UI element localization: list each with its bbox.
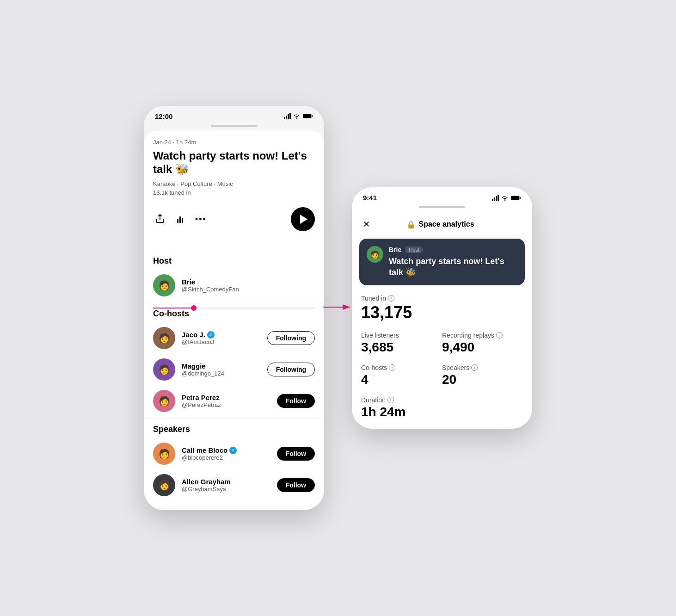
speaker-info-1: Allen Grayham @GrayhamSays xyxy=(182,478,270,493)
close-button[interactable]: ✕ xyxy=(361,217,372,231)
recording-replays-value: 9,490 xyxy=(442,340,523,355)
cohost-emoji-1: 🧑 xyxy=(159,364,170,375)
cohosts-stat-value: 4 xyxy=(361,372,442,387)
battery-icon xyxy=(303,113,313,119)
cohost-handle-0: @IAmJacoJ xyxy=(182,339,261,345)
recording-replays-label: Recording replays i xyxy=(442,332,523,339)
cohost-row-2: 🧑 Petra Perez @PerezPetraz Follow xyxy=(144,385,324,417)
speaker-avatar-1: 🧑 xyxy=(153,474,175,496)
svg-rect-5 xyxy=(520,197,521,199)
play-triangle-icon xyxy=(300,215,307,224)
speaker-row-0: 🧑 Call me Bloco ✓ @blocoperere2 Follow xyxy=(144,438,324,469)
speaker-emoji-0: 🧑 xyxy=(159,448,170,459)
progress-container xyxy=(144,239,324,253)
analytics-host-name: Brie xyxy=(389,246,401,253)
speakers-stat: Speakers i 20 xyxy=(442,364,523,387)
speaker-name-0: Call me Bloco ✓ xyxy=(182,446,270,454)
dots-icon: ••• xyxy=(195,215,207,224)
live-listeners-value: 3,685 xyxy=(361,340,442,355)
right-phone-content: ✕ 🔒 Space analytics 🧑 Brie Host Watc xyxy=(352,212,532,429)
cohost-info-0: Jaco J. ✓ @IAmJacoJ xyxy=(182,331,261,345)
analytics-title: 🔒 Space analytics xyxy=(376,220,504,229)
cohost-handle-2: @PerezPetraz xyxy=(182,401,270,408)
space-meta: Jan 24 · 1h 24m xyxy=(153,139,315,146)
following-button-0[interactable]: Following xyxy=(267,331,315,345)
cohost-name-1: Maggie xyxy=(182,362,261,370)
left-phone-content: Jan 24 · 1h 24m Watch party starts now! … xyxy=(144,130,324,511)
signal-icon-right xyxy=(492,195,499,201)
speaker-name-1: Allen Grayham xyxy=(182,478,270,486)
svg-rect-1 xyxy=(312,115,313,117)
follow-button-speaker-0[interactable]: Follow xyxy=(277,447,315,461)
status-icons-right xyxy=(492,195,521,201)
share-button[interactable] xyxy=(153,212,167,227)
host-badge: Host xyxy=(405,246,423,253)
cohost-emoji-2: 🧑 xyxy=(159,395,170,407)
speaker-handle-1: @GrayhamSays xyxy=(182,486,270,493)
cohost-avatar-0: 🧑 xyxy=(153,327,175,349)
follow-button-speaker-1[interactable]: Follow xyxy=(277,478,315,492)
cohost-name-0: Jaco J. ✓ xyxy=(182,331,261,339)
analytics-host-emoji: 🧑 xyxy=(370,250,380,259)
tuned-in-left: 13.1k tuned in xyxy=(153,189,315,196)
svg-rect-4 xyxy=(511,196,519,200)
cohost-row-0: 🧑 Jaco J. ✓ @IAmJacoJ Following xyxy=(144,322,324,354)
info-icon-cohosts: i xyxy=(389,364,395,371)
status-bar-right: 9:41 xyxy=(352,187,532,204)
status-icons-left xyxy=(284,113,313,119)
analytics-button[interactable] xyxy=(175,213,185,226)
host-avatar-emoji: 🧑 xyxy=(159,280,170,291)
battery-icon-right xyxy=(511,195,521,201)
right-phone: 9:41 xyxy=(352,187,532,429)
host-avatar: 🧑 xyxy=(153,274,175,296)
stats-row-2: Co-hosts i 4 Speakers i 20 xyxy=(361,364,523,387)
progress-line xyxy=(153,308,315,308)
lock-icon: 🔒 xyxy=(406,220,416,229)
live-listeners-label: Live listeners xyxy=(361,332,442,339)
connecting-arrow xyxy=(323,300,356,314)
speaker-avatar-0: 🧑 xyxy=(153,443,175,465)
host-section-label: Host xyxy=(144,253,324,270)
info-icon-duration: i xyxy=(387,397,394,403)
cohost-avatar-1: 🧑 xyxy=(153,358,175,381)
cohosts-stat: Co-hosts i 4 xyxy=(361,364,442,387)
speaker-row-1: 🧑 Allen Grayham @GrayhamSays Follow xyxy=(144,469,324,501)
analytics-title-text: Space analytics xyxy=(418,220,474,228)
wifi-icon-right xyxy=(501,195,509,201)
space-card-analytics: 🧑 Brie Host Watch party starts now! Let'… xyxy=(359,239,525,285)
stats-row-1: Live listeners 3,685 Recording replays i… xyxy=(361,332,523,355)
host-row: 🧑 Brie @Sktch_ComedyFan xyxy=(144,270,324,301)
divider-2 xyxy=(144,419,324,419)
time-left: 12:00 xyxy=(155,112,172,120)
svg-rect-0 xyxy=(303,114,311,118)
notch-bar-right xyxy=(352,204,532,212)
time-right: 9:41 xyxy=(363,194,377,202)
verified-icon-speaker-0: ✓ xyxy=(229,447,237,454)
speaker-handle-0: @blocoperere2 xyxy=(182,454,270,461)
info-icon-speakers: i xyxy=(471,364,478,371)
tuned-in-stat: Tuned in i 13,175 xyxy=(361,295,523,322)
host-info: Brie @Sktch_ComedyFan xyxy=(182,278,315,293)
cohost-emoji-0: 🧑 xyxy=(159,333,170,344)
follow-button-2[interactable]: Follow xyxy=(277,394,315,408)
progress-fill xyxy=(153,308,194,308)
host-handle: @Sktch_ComedyFan xyxy=(182,286,315,293)
analytics-header: ✕ 🔒 Space analytics xyxy=(352,212,532,239)
duration-stat: Duration i 1h 24m xyxy=(361,396,523,419)
speakers-stat-label: Speakers i xyxy=(442,364,523,371)
notch-pill xyxy=(211,125,257,127)
speakers-section-label: Speakers xyxy=(144,421,324,438)
more-button[interactable]: ••• xyxy=(193,213,209,226)
status-bar-left: 12:00 xyxy=(144,106,324,123)
following-button-1[interactable]: Following xyxy=(267,363,315,376)
verified-icon-0: ✓ xyxy=(207,331,215,339)
cohost-handle-1: @domingo_124 xyxy=(182,370,261,377)
left-phone: 12:00 xyxy=(144,106,324,511)
cohosts-stat-label: Co-hosts i xyxy=(361,364,442,371)
cohost-info-2: Petra Perez @PerezPetraz xyxy=(182,394,270,408)
space-title-left: Watch party starts now! Let's talk 🐝 xyxy=(153,149,315,176)
host-name: Brie xyxy=(182,278,315,286)
speaker-info-0: Call me Bloco ✓ @blocoperere2 xyxy=(182,446,270,461)
notch-bar-left xyxy=(144,123,324,130)
play-button[interactable] xyxy=(291,207,315,231)
